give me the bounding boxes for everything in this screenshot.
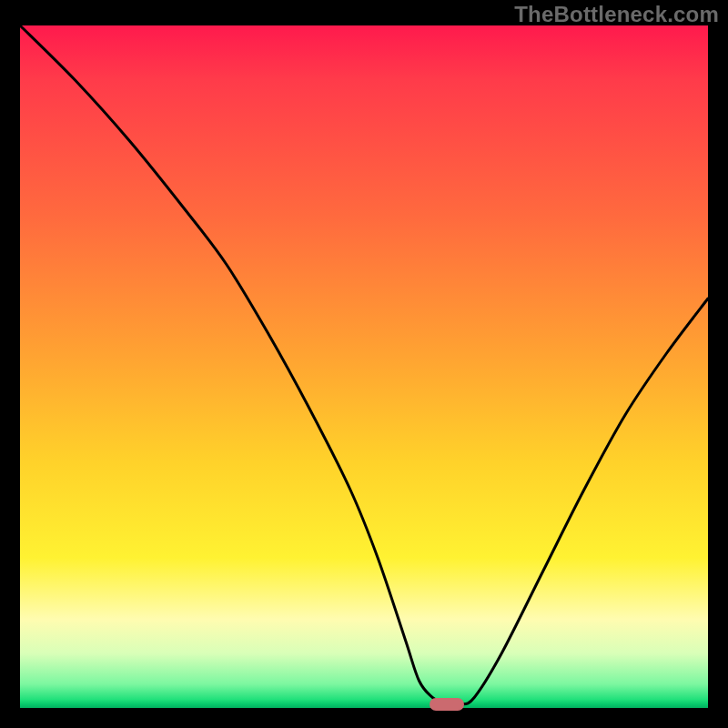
bottleneck-curve — [20, 25, 708, 708]
plot-area — [20, 25, 708, 708]
optimal-marker — [430, 698, 464, 711]
watermark-text: TheBottleneck.com — [514, 2, 719, 27]
chart-frame: TheBottleneck.com — [0, 0, 728, 728]
curve-path — [20, 25, 708, 705]
